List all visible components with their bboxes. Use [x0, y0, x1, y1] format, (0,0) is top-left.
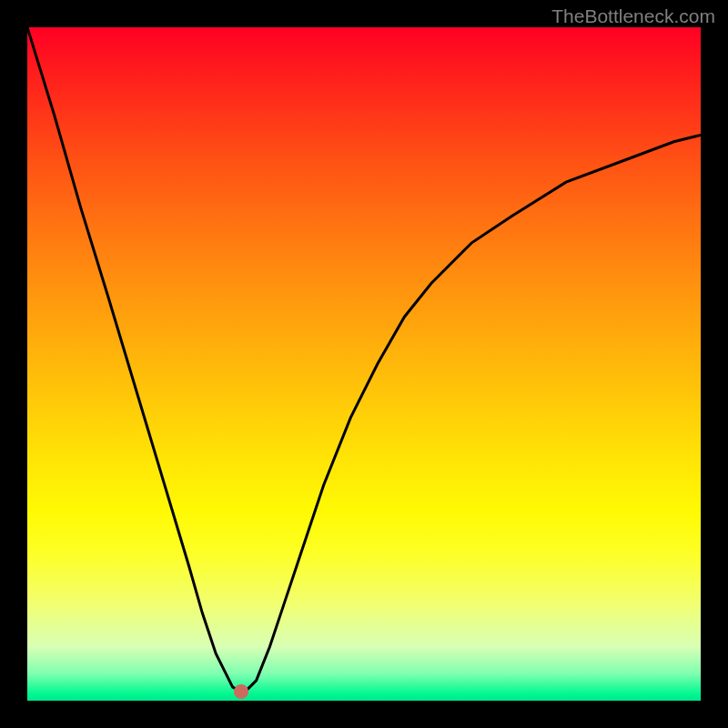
- minimum-dot: [234, 684, 248, 699]
- watermark-text: TheBottleneck.com: [551, 5, 715, 27]
- bottleneck-curve: [27, 27, 701, 701]
- chart-frame: TheBottleneck.com: [0, 0, 728, 728]
- curve-line: [27, 27, 701, 691]
